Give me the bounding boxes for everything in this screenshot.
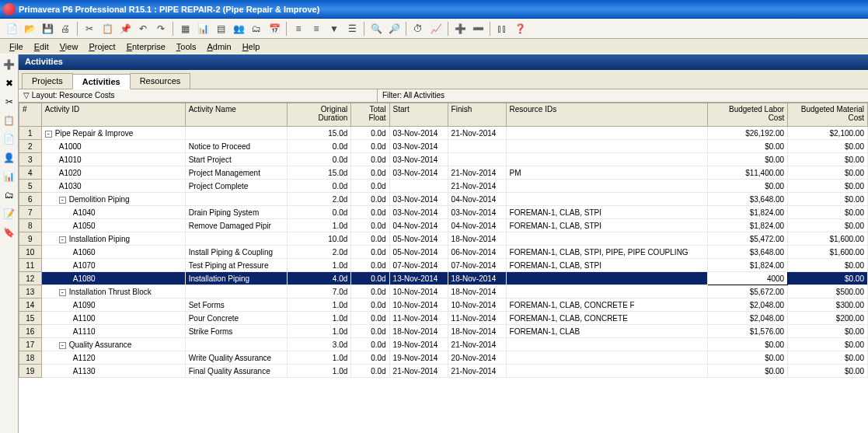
cell-blabor[interactable]: $3,648.00 xyxy=(708,246,788,259)
menu-enterprise[interactable]: Enterprise xyxy=(122,40,170,53)
table-row[interactable]: 10A1060Install Piping & Coupling2.0d0.0d… xyxy=(19,246,868,259)
col-header-totalfloat[interactable]: Total Float xyxy=(351,103,389,127)
cell-blabor[interactable]: $0.00 xyxy=(708,153,788,166)
table-row[interactable]: 3A1010Start Project0.0d0.0d03-Nov-2014$0… xyxy=(19,153,868,166)
cell-start[interactable]: 21-Nov-2014 xyxy=(389,365,448,378)
cell-blabor[interactable]: $1,824.00 xyxy=(708,206,788,219)
grid-icon[interactable]: ▦ xyxy=(176,20,193,37)
cell-bmat[interactable]: $0.00 xyxy=(788,259,868,272)
cell-activityid[interactable]: A1070 xyxy=(41,259,185,272)
cell-blabor[interactable]: $3,648.00 xyxy=(708,193,788,206)
cell-totalfloat[interactable]: 0.0d xyxy=(351,285,389,299)
cell-resids[interactable]: FOREMAN-1, CLAB, STPI xyxy=(506,219,708,232)
cell-start[interactable]: 10-Nov-2014 xyxy=(389,299,448,312)
cell-bmat[interactable]: $0.00 xyxy=(788,153,868,166)
cell-totalfloat[interactable]: 0.0d xyxy=(351,206,389,219)
cell-origdur[interactable]: 4.0d xyxy=(288,272,351,285)
filter-label[interactable]: Filter: All Activities xyxy=(382,91,444,100)
cell-blabor[interactable]: $0.00 xyxy=(708,351,788,365)
cell-activityname[interactable] xyxy=(185,285,287,299)
help-icon[interactable]: ❓ xyxy=(511,20,528,37)
cell-totalfloat[interactable]: 0.0d xyxy=(351,325,389,338)
cell-origdur[interactable]: 1.0d xyxy=(288,219,351,232)
cell-bmat[interactable]: $300.00 xyxy=(788,299,868,312)
cell-activityid[interactable]: A1020 xyxy=(41,166,185,180)
cell-finish[interactable]: 06-Nov-2014 xyxy=(448,246,506,259)
sidebar-activity-icon[interactable]: 📊 xyxy=(2,169,16,183)
cell-blabor[interactable]: $0.00 xyxy=(708,338,788,351)
tab-resources[interactable]: Resources xyxy=(130,73,191,89)
row-number[interactable]: 10 xyxy=(19,246,42,259)
cell-totalfloat[interactable]: 0.0d xyxy=(351,299,389,312)
cell-blabor[interactable]: $11,400.00 xyxy=(708,166,788,180)
cell-resids[interactable] xyxy=(506,365,708,378)
cell-resids[interactable] xyxy=(506,127,708,140)
new-icon[interactable]: 📄 xyxy=(3,20,20,37)
cell-bmat[interactable]: $0.00 xyxy=(788,193,868,206)
cell-start[interactable]: 18-Nov-2014 xyxy=(389,325,448,338)
cell-start[interactable]: 03-Nov-2014 xyxy=(389,140,448,153)
cell-finish[interactable]: 21-Nov-2014 xyxy=(448,166,506,180)
open-icon[interactable]: 📂 xyxy=(21,20,38,37)
cell-blabor[interactable]: $5,672.00 xyxy=(708,285,788,299)
cell-totalfloat[interactable]: 0.0d xyxy=(351,166,389,180)
row-number[interactable]: 9 xyxy=(19,232,42,246)
cell-totalfloat[interactable]: 0.0d xyxy=(351,127,389,140)
sidebar-paste-icon[interactable]: 📄 xyxy=(2,132,16,146)
cell-origdur[interactable]: 3.0d xyxy=(288,338,351,351)
cell-finish[interactable]: 04-Nov-2014 xyxy=(448,193,506,206)
row-number[interactable]: 16 xyxy=(19,325,42,338)
align-left-icon[interactable]: ≡ xyxy=(290,20,307,37)
row-number[interactable]: 7 xyxy=(19,206,42,219)
cell-activityname[interactable] xyxy=(185,338,287,351)
cell-blabor[interactable]: $1,576.00 xyxy=(708,325,788,338)
add-icon[interactable]: ➕ xyxy=(451,20,469,37)
cell-activityid[interactable]: A1120 xyxy=(41,351,185,365)
table-row[interactable]: 16A1110Strike Forms1.0d0.0d18-Nov-201418… xyxy=(19,325,868,338)
cell-activityname[interactable]: Start Project xyxy=(185,153,287,166)
cell-finish[interactable] xyxy=(448,140,506,153)
cell-start[interactable]: 13-Nov-2014 xyxy=(389,272,448,285)
cell-start[interactable]: 04-Nov-2014 xyxy=(389,219,448,232)
cell-activityid[interactable]: A1040 xyxy=(41,206,185,219)
cell-bmat[interactable]: $0.00 xyxy=(788,166,868,180)
cell-blabor[interactable]: 4000 xyxy=(708,272,788,285)
cell-origdur[interactable]: 15.0d xyxy=(288,127,351,140)
col-header-blabor[interactable]: Budgeted Labor Cost xyxy=(708,103,788,127)
row-number[interactable]: 19 xyxy=(19,365,42,378)
cell-totalfloat[interactable]: 0.0d xyxy=(351,246,389,259)
cell-finish[interactable]: 21-Nov-2014 xyxy=(448,338,506,351)
table-row[interactable]: 11A1070Test Piping at Pressure1.0d0.0d07… xyxy=(19,259,868,272)
cell-blabor[interactable]: $0.00 xyxy=(708,140,788,153)
cell-blabor[interactable]: $1,824.00 xyxy=(708,259,788,272)
tab-activities[interactable]: Activities xyxy=(72,74,131,89)
cell-resids[interactable] xyxy=(506,193,708,206)
cell-origdur[interactable]: 0.0d xyxy=(288,206,351,219)
cell-resids[interactable]: FOREMAN-1, CLAB xyxy=(506,325,708,338)
schedule-icon[interactable]: ⏱ xyxy=(410,20,427,37)
sidebar-delete-icon[interactable]: ✖ xyxy=(2,76,16,90)
sidebar-codes-icon[interactable]: 🔖 xyxy=(2,225,16,239)
cell-origdur[interactable]: 1.0d xyxy=(288,351,351,365)
cell-finish[interactable]: 03-Nov-2014 xyxy=(448,206,506,219)
cell-totalfloat[interactable]: 0.0d xyxy=(351,365,389,378)
cell-bmat[interactable]: $0.00 xyxy=(788,140,868,153)
layout-label[interactable]: Layout: Resource Costs xyxy=(32,91,115,100)
table-row[interactable]: 15A1100Pour Concrete1.0d0.0d11-Nov-20141… xyxy=(19,312,868,325)
cell-activityname[interactable]: Write Quality Assurance xyxy=(185,351,287,365)
cell-activityid[interactable]: A1110 xyxy=(41,325,185,338)
menu-help[interactable]: Help xyxy=(238,40,265,53)
columns-icon[interactable]: ⫿⫿ xyxy=(493,20,511,37)
sidebar-cut-icon[interactable]: ✂ xyxy=(2,95,16,109)
activity-grid[interactable]: #Activity IDActivity NameOriginal Durati… xyxy=(19,103,868,433)
cell-activityname[interactable] xyxy=(185,127,287,140)
cell-activityid[interactable]: A1030 xyxy=(41,180,185,193)
cell-activityname[interactable]: Drain Piping System xyxy=(185,206,287,219)
calendar-icon[interactable]: 📅 xyxy=(266,20,283,37)
cell-bmat[interactable]: $0.00 xyxy=(788,219,868,232)
row-number[interactable]: 2 xyxy=(19,140,42,153)
cell-activityname[interactable]: Set Forms xyxy=(185,299,287,312)
cell-finish[interactable]: 18-Nov-2014 xyxy=(448,325,506,338)
row-number[interactable]: 13 xyxy=(19,285,42,299)
cell-activityname[interactable]: Notice to Proceed xyxy=(185,140,287,153)
